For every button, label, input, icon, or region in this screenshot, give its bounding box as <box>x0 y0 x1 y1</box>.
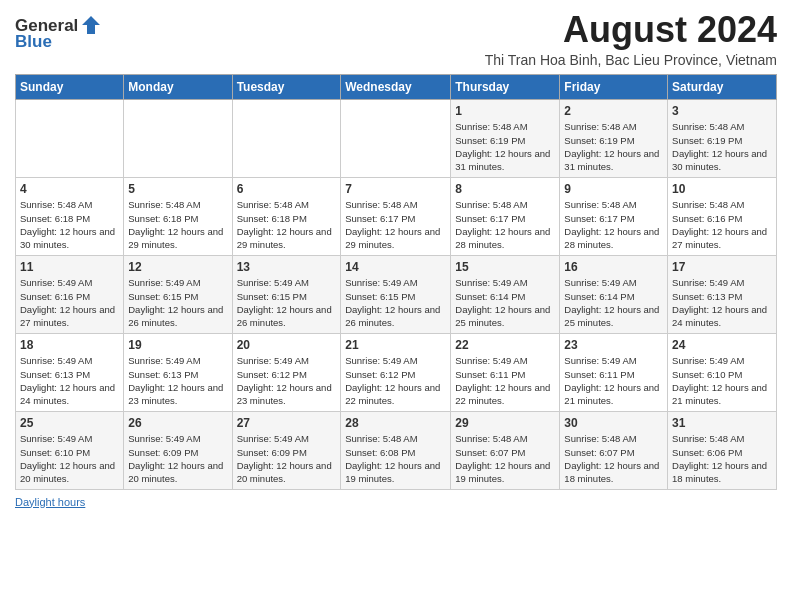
calendar-cell: 22Sunrise: 5:49 AM Sunset: 6:11 PM Dayli… <box>451 333 560 411</box>
day-info: Sunrise: 5:48 AM Sunset: 6:06 PM Dayligh… <box>672 432 772 485</box>
day-number: 26 <box>128 415 227 432</box>
calendar-cell: 25Sunrise: 5:49 AM Sunset: 6:10 PM Dayli… <box>16 411 124 489</box>
calendar-cell: 12Sunrise: 5:49 AM Sunset: 6:15 PM Dayli… <box>124 255 232 333</box>
calendar-cell: 19Sunrise: 5:49 AM Sunset: 6:13 PM Dayli… <box>124 333 232 411</box>
title-area: August 2024 Thi Tran Hoa Binh, Bac Lieu … <box>485 10 777 68</box>
calendar-cell: 6Sunrise: 5:48 AM Sunset: 6:18 PM Daylig… <box>232 177 341 255</box>
day-number: 9 <box>564 181 663 198</box>
day-info: Sunrise: 5:49 AM Sunset: 6:13 PM Dayligh… <box>128 354 227 407</box>
logo: General Blue <box>15 16 102 52</box>
calendar-cell: 21Sunrise: 5:49 AM Sunset: 6:12 PM Dayli… <box>341 333 451 411</box>
day-info: Sunrise: 5:48 AM Sunset: 6:17 PM Dayligh… <box>455 198 555 251</box>
day-number: 7 <box>345 181 446 198</box>
calendar-cell: 26Sunrise: 5:49 AM Sunset: 6:09 PM Dayli… <box>124 411 232 489</box>
day-info: Sunrise: 5:48 AM Sunset: 6:18 PM Dayligh… <box>128 198 227 251</box>
day-number: 6 <box>237 181 337 198</box>
day-number: 29 <box>455 415 555 432</box>
location-subtitle: Thi Tran Hoa Binh, Bac Lieu Province, Vi… <box>485 52 777 68</box>
calendar-header-row: SundayMondayTuesdayWednesdayThursdayFrid… <box>16 74 777 99</box>
calendar-cell: 13Sunrise: 5:49 AM Sunset: 6:15 PM Dayli… <box>232 255 341 333</box>
calendar-cell: 27Sunrise: 5:49 AM Sunset: 6:09 PM Dayli… <box>232 411 341 489</box>
calendar-week-row: 1Sunrise: 5:48 AM Sunset: 6:19 PM Daylig… <box>16 99 777 177</box>
day-number: 21 <box>345 337 446 354</box>
day-number: 4 <box>20 181 119 198</box>
calendar-cell: 28Sunrise: 5:48 AM Sunset: 6:08 PM Dayli… <box>341 411 451 489</box>
day-number: 8 <box>455 181 555 198</box>
day-info: Sunrise: 5:48 AM Sunset: 6:18 PM Dayligh… <box>237 198 337 251</box>
daylight-hours-link[interactable]: Daylight hours <box>15 496 85 508</box>
col-header-thursday: Thursday <box>451 74 560 99</box>
calendar-cell: 8Sunrise: 5:48 AM Sunset: 6:17 PM Daylig… <box>451 177 560 255</box>
day-number: 11 <box>20 259 119 276</box>
day-number: 25 <box>20 415 119 432</box>
calendar-cell: 3Sunrise: 5:48 AM Sunset: 6:19 PM Daylig… <box>668 99 777 177</box>
day-info: Sunrise: 5:49 AM Sunset: 6:10 PM Dayligh… <box>672 354 772 407</box>
calendar-cell: 16Sunrise: 5:49 AM Sunset: 6:14 PM Dayli… <box>560 255 668 333</box>
col-header-wednesday: Wednesday <box>341 74 451 99</box>
calendar-cell: 5Sunrise: 5:48 AM Sunset: 6:18 PM Daylig… <box>124 177 232 255</box>
day-info: Sunrise: 5:48 AM Sunset: 6:08 PM Dayligh… <box>345 432 446 485</box>
day-number: 15 <box>455 259 555 276</box>
calendar-cell: 14Sunrise: 5:49 AM Sunset: 6:15 PM Dayli… <box>341 255 451 333</box>
day-number: 14 <box>345 259 446 276</box>
day-info: Sunrise: 5:48 AM Sunset: 6:17 PM Dayligh… <box>345 198 446 251</box>
calendar-cell: 10Sunrise: 5:48 AM Sunset: 6:16 PM Dayli… <box>668 177 777 255</box>
day-number: 31 <box>672 415 772 432</box>
calendar-cell: 31Sunrise: 5:48 AM Sunset: 6:06 PM Dayli… <box>668 411 777 489</box>
day-number: 17 <box>672 259 772 276</box>
day-info: Sunrise: 5:48 AM Sunset: 6:19 PM Dayligh… <box>455 120 555 173</box>
calendar-cell: 2Sunrise: 5:48 AM Sunset: 6:19 PM Daylig… <box>560 99 668 177</box>
day-info: Sunrise: 5:48 AM Sunset: 6:19 PM Dayligh… <box>672 120 772 173</box>
day-number: 1 <box>455 103 555 120</box>
calendar-cell: 20Sunrise: 5:49 AM Sunset: 6:12 PM Dayli… <box>232 333 341 411</box>
day-info: Sunrise: 5:49 AM Sunset: 6:13 PM Dayligh… <box>20 354 119 407</box>
calendar-cell: 7Sunrise: 5:48 AM Sunset: 6:17 PM Daylig… <box>341 177 451 255</box>
day-number: 10 <box>672 181 772 198</box>
calendar-cell: 4Sunrise: 5:48 AM Sunset: 6:18 PM Daylig… <box>16 177 124 255</box>
calendar-week-row: 25Sunrise: 5:49 AM Sunset: 6:10 PM Dayli… <box>16 411 777 489</box>
month-year-title: August 2024 <box>485 10 777 50</box>
day-info: Sunrise: 5:48 AM Sunset: 6:16 PM Dayligh… <box>672 198 772 251</box>
calendar-cell <box>124 99 232 177</box>
day-info: Sunrise: 5:48 AM Sunset: 6:07 PM Dayligh… <box>455 432 555 485</box>
col-header-sunday: Sunday <box>16 74 124 99</box>
col-header-friday: Friday <box>560 74 668 99</box>
calendar-cell <box>341 99 451 177</box>
calendar-week-row: 4Sunrise: 5:48 AM Sunset: 6:18 PM Daylig… <box>16 177 777 255</box>
calendar-cell <box>16 99 124 177</box>
day-number: 28 <box>345 415 446 432</box>
day-info: Sunrise: 5:49 AM Sunset: 6:09 PM Dayligh… <box>237 432 337 485</box>
calendar-cell: 23Sunrise: 5:49 AM Sunset: 6:11 PM Dayli… <box>560 333 668 411</box>
calendar-cell: 18Sunrise: 5:49 AM Sunset: 6:13 PM Dayli… <box>16 333 124 411</box>
day-number: 18 <box>20 337 119 354</box>
col-header-tuesday: Tuesday <box>232 74 341 99</box>
calendar-cell: 11Sunrise: 5:49 AM Sunset: 6:16 PM Dayli… <box>16 255 124 333</box>
calendar-cell: 24Sunrise: 5:49 AM Sunset: 6:10 PM Dayli… <box>668 333 777 411</box>
day-info: Sunrise: 5:49 AM Sunset: 6:15 PM Dayligh… <box>237 276 337 329</box>
day-number: 5 <box>128 181 227 198</box>
day-info: Sunrise: 5:49 AM Sunset: 6:12 PM Dayligh… <box>345 354 446 407</box>
day-number: 2 <box>564 103 663 120</box>
day-number: 20 <box>237 337 337 354</box>
calendar-cell <box>232 99 341 177</box>
day-info: Sunrise: 5:49 AM Sunset: 6:14 PM Dayligh… <box>455 276 555 329</box>
calendar-week-row: 18Sunrise: 5:49 AM Sunset: 6:13 PM Dayli… <box>16 333 777 411</box>
calendar-cell: 30Sunrise: 5:48 AM Sunset: 6:07 PM Dayli… <box>560 411 668 489</box>
day-info: Sunrise: 5:49 AM Sunset: 6:13 PM Dayligh… <box>672 276 772 329</box>
day-info: Sunrise: 5:49 AM Sunset: 6:15 PM Dayligh… <box>345 276 446 329</box>
day-number: 12 <box>128 259 227 276</box>
day-info: Sunrise: 5:48 AM Sunset: 6:19 PM Dayligh… <box>564 120 663 173</box>
day-info: Sunrise: 5:49 AM Sunset: 6:11 PM Dayligh… <box>564 354 663 407</box>
day-info: Sunrise: 5:49 AM Sunset: 6:09 PM Dayligh… <box>128 432 227 485</box>
footer-note: Daylight hours <box>15 496 777 508</box>
day-number: 30 <box>564 415 663 432</box>
day-number: 23 <box>564 337 663 354</box>
col-header-saturday: Saturday <box>668 74 777 99</box>
day-number: 22 <box>455 337 555 354</box>
calendar-week-row: 11Sunrise: 5:49 AM Sunset: 6:16 PM Dayli… <box>16 255 777 333</box>
day-info: Sunrise: 5:49 AM Sunset: 6:11 PM Dayligh… <box>455 354 555 407</box>
calendar-cell: 15Sunrise: 5:49 AM Sunset: 6:14 PM Dayli… <box>451 255 560 333</box>
day-info: Sunrise: 5:49 AM Sunset: 6:16 PM Dayligh… <box>20 276 119 329</box>
day-info: Sunrise: 5:49 AM Sunset: 6:15 PM Dayligh… <box>128 276 227 329</box>
calendar-table: SundayMondayTuesdayWednesdayThursdayFrid… <box>15 74 777 490</box>
